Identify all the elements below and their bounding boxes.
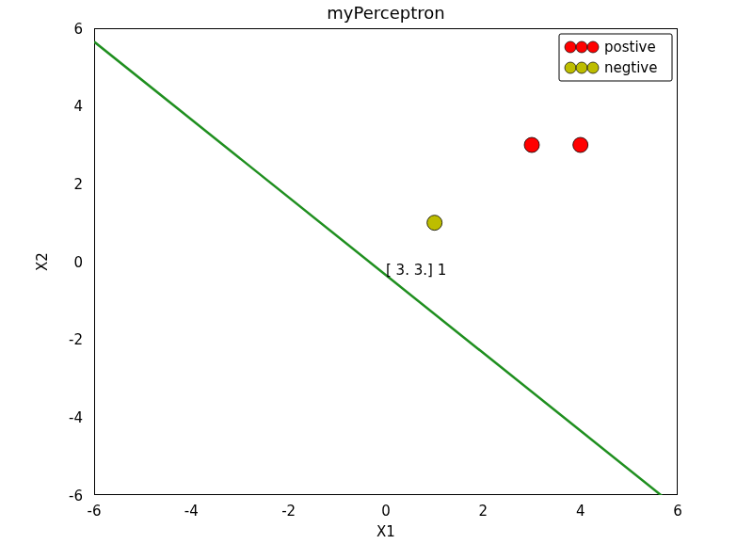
figure: { "chart_data": { "type": "scatter", "ti… — [0, 0, 753, 560]
y-tick-label: -2 — [69, 331, 83, 348]
x-tick: -4 — [184, 23, 199, 520]
y-tick-label: -4 — [69, 409, 83, 426]
y-tick-label: 2 — [73, 176, 83, 193]
legend-marker-icon — [565, 41, 576, 53]
y-tick-label: 6 — [73, 21, 83, 38]
y-tick: -2 — [69, 331, 683, 348]
series-negative — [427, 216, 442, 231]
x-tick-group: -6 -4 -2 0 2 4 6 — [88, 23, 682, 520]
y-axis-label: X2 — [34, 252, 51, 271]
data-point — [524, 137, 539, 152]
x-tick-label: 4 — [576, 503, 585, 520]
legend-marker-icon — [576, 62, 587, 73]
series-positive — [524, 137, 588, 152]
y-tick: 4 — [73, 98, 683, 115]
x-tick-label: -4 — [184, 503, 199, 520]
y-tick: -6 — [69, 488, 683, 504]
x-tick-label: -6 — [88, 503, 102, 520]
x-tick-label: 6 — [673, 503, 682, 520]
x-tick-label: -2 — [281, 503, 296, 520]
annotation-label: [ 3. 3.] 1 — [386, 262, 446, 279]
x-tick: 2 — [479, 23, 489, 520]
legend-label-positive: postive — [604, 39, 656, 56]
x-axis-label: X1 — [376, 523, 395, 540]
legend-marker-icon — [587, 62, 599, 73]
y-tick-label: 4 — [73, 98, 83, 115]
y-tick-label: -6 — [69, 488, 83, 504]
legend-marker-icon — [576, 41, 587, 53]
legend: postive negtive — [559, 34, 672, 81]
data-layer: [ 3. 3.] 1 — [94, 41, 678, 508]
y-tick-group: -6 -4 -2 0 2 4 6 — [69, 21, 683, 504]
legend-label-negative: negtive — [604, 59, 657, 76]
x-tick-label: 0 — [381, 503, 391, 520]
x-tick-label: 2 — [479, 503, 489, 520]
data-point — [573, 137, 588, 152]
plot-area: myPerceptron X1 X2 -6 -4 -2 0 2 4 6 -6 -… — [94, 28, 678, 495]
data-point — [427, 216, 442, 231]
y-tick: -4 — [69, 409, 683, 426]
x-tick: 4 — [576, 23, 585, 520]
x-tick: 6 — [673, 23, 682, 520]
legend-marker-icon — [587, 41, 599, 53]
y-tick-label: 0 — [73, 254, 83, 271]
x-tick: -6 — [88, 23, 102, 520]
x-tick: -2 — [281, 23, 296, 520]
chart-title: myPerceptron — [327, 3, 444, 23]
y-tick: 2 — [73, 176, 683, 193]
legend-marker-icon — [565, 62, 576, 73]
